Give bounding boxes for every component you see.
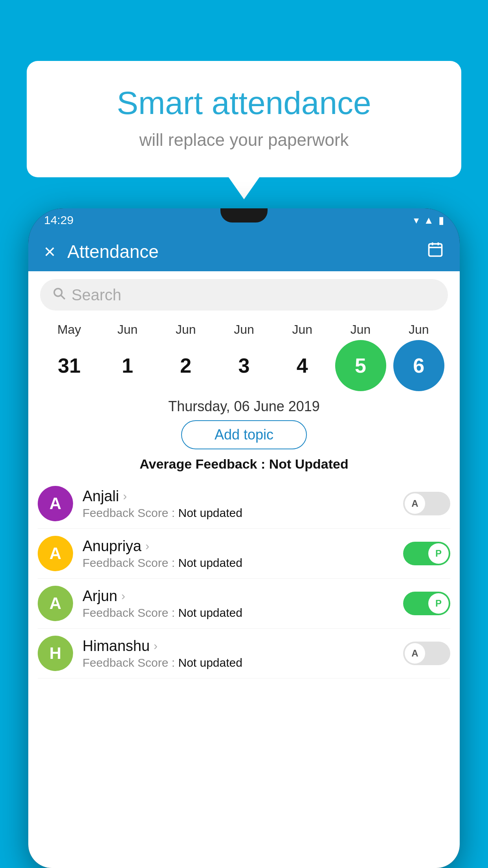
app-title: Attendance	[67, 241, 427, 262]
speech-bubble-container: Smart attendance will replace your paper…	[27, 61, 461, 177]
cal-day-5[interactable]: 5	[335, 340, 386, 391]
student-feedback-himanshu: Feedback Score : Not updated	[83, 656, 403, 669]
toggle-knob-anjali: A	[405, 493, 425, 514]
avg-feedback-label: Average Feedback :	[139, 456, 269, 471]
toggle-knob-arjun: P	[428, 593, 449, 614]
chevron-icon: ›	[121, 589, 125, 603]
cal-day-1[interactable]: 1	[102, 340, 153, 391]
student-item-anjali[interactable]: A Anjali › Feedback Score : Not updated …	[38, 479, 450, 529]
cal-month-1: Jun	[102, 322, 153, 337]
attendance-toggle-anupriya[interactable]: P	[403, 542, 450, 565]
student-name-anjali: Anjali ›	[83, 488, 403, 505]
svg-rect-0	[429, 244, 442, 256]
phone-frame: 14:29 ▾ ▲ ▮ × Attendance	[28, 208, 460, 868]
search-placeholder: Search	[72, 286, 121, 304]
attendance-toggle-anjali[interactable]: A	[403, 492, 450, 515]
chevron-icon: ›	[154, 639, 158, 653]
student-name-arjun: Arjun ›	[83, 588, 403, 605]
cal-month-4: Jun	[277, 322, 328, 337]
cal-month-2: Jun	[160, 322, 211, 337]
student-list: A Anjali › Feedback Score : Not updated …	[28, 479, 460, 679]
bubble-subtitle: will replace your paperwork	[58, 130, 430, 150]
student-avatar-himanshu: H	[38, 636, 73, 671]
cal-month-0: May	[44, 322, 95, 337]
battery-icon: ▮	[438, 214, 444, 226]
student-info-anupriya: Anupriya › Feedback Score : Not updated	[83, 538, 403, 570]
toggle-knob-himanshu: A	[405, 643, 425, 664]
student-info-arjun: Arjun › Feedback Score : Not updated	[83, 588, 403, 620]
student-info-anjali: Anjali › Feedback Score : Not updated	[83, 488, 403, 520]
status-time: 14:29	[44, 213, 73, 227]
attendance-toggle-himanshu[interactable]: A	[403, 642, 450, 665]
student-name-himanshu: Himanshu ›	[83, 638, 403, 655]
student-feedback-anupriya: Feedback Score : Not updated	[83, 556, 403, 570]
svg-line-5	[61, 295, 65, 299]
student-item-himanshu[interactable]: H Himanshu › Feedback Score : Not update…	[38, 629, 450, 679]
calendar-months: May Jun Jun Jun Jun Jun Jun	[36, 322, 452, 337]
cal-day-2[interactable]: 2	[160, 340, 211, 391]
student-avatar-anjali: A	[38, 486, 73, 521]
student-avatar-arjun: A	[38, 586, 73, 621]
signal-icon: ▲	[424, 214, 434, 226]
search-bar[interactable]: Search	[40, 279, 448, 311]
selected-date: Thursday, 06 June 2019	[28, 398, 460, 415]
calendar-icon[interactable]	[427, 241, 444, 262]
chevron-icon: ›	[123, 489, 127, 503]
wifi-icon: ▾	[414, 214, 419, 226]
student-item-arjun[interactable]: A Arjun › Feedback Score : Not updated P	[38, 579, 450, 629]
status-icons: ▾ ▲ ▮	[414, 214, 444, 226]
chevron-icon: ›	[145, 539, 149, 553]
avg-feedback-value: Not Updated	[269, 456, 349, 471]
screen-content: Search May Jun Jun Jun Jun Jun Jun 31 1 …	[28, 271, 460, 868]
attendance-toggle-arjun[interactable]: P	[403, 592, 450, 615]
student-feedback-anjali: Feedback Score : Not updated	[83, 506, 403, 520]
cal-day-3[interactable]: 3	[218, 340, 270, 391]
student-avatar-anupriya: A	[38, 536, 73, 571]
toggle-knob-anupriya: P	[428, 543, 449, 564]
cal-month-5: Jun	[335, 322, 386, 337]
student-item-anupriya[interactable]: A Anupriya › Feedback Score : Not update…	[38, 529, 450, 579]
add-topic-button[interactable]: Add topic	[181, 420, 307, 449]
student-feedback-arjun: Feedback Score : Not updated	[83, 606, 403, 620]
calendar-strip: May Jun Jun Jun Jun Jun Jun 31 1 2 3 4 5…	[28, 318, 460, 391]
average-feedback: Average Feedback : Not Updated	[28, 456, 460, 472]
speech-bubble: Smart attendance will replace your paper…	[27, 61, 461, 177]
cal-day-4[interactable]: 4	[277, 340, 328, 391]
cal-day-31[interactable]: 31	[44, 340, 95, 391]
svg-point-4	[54, 289, 62, 296]
cal-month-3: Jun	[218, 322, 270, 337]
calendar-days: 31 1 2 3 4 5 6	[36, 340, 452, 391]
cal-day-6[interactable]: 6	[393, 340, 444, 391]
cal-month-6: Jun	[393, 322, 444, 337]
student-info-himanshu: Himanshu › Feedback Score : Not updated	[83, 638, 403, 669]
app-header: × Attendance	[28, 232, 460, 271]
close-button[interactable]: ×	[44, 240, 55, 263]
search-icon	[52, 286, 66, 304]
phone-notch	[220, 208, 268, 223]
bubble-title: Smart attendance	[58, 85, 430, 121]
student-name-anupriya: Anupriya ›	[83, 538, 403, 555]
